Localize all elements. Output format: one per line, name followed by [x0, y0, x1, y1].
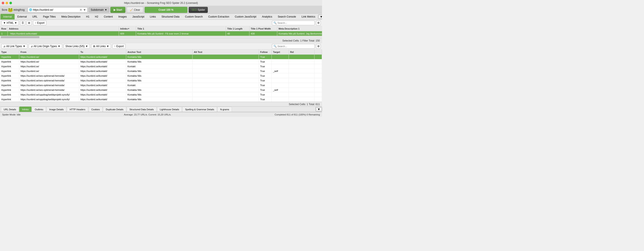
minimize-btn[interactable]: [6, 2, 8, 4]
links-table-row[interactable]: Hyperlinkhttps://sunbird.se/https://sunb…: [0, 64, 322, 69]
link-anchor-cell: Kontakta Nils: [126, 97, 192, 102]
tab-meta-description[interactable]: Meta Description: [58, 14, 83, 20]
lcol-header-from[interactable]: From: [19, 50, 79, 54]
col-header-row[interactable]: Row: [0, 26, 8, 31]
url-clear-button[interactable]: ✕: [80, 8, 82, 12]
tab-custom-search[interactable]: Custom Search: [182, 14, 206, 20]
tab-link-metrics[interactable]: Link Metrics: [299, 14, 318, 20]
tab-url[interactable]: URL: [30, 14, 40, 20]
close-btn[interactable]: [2, 2, 4, 4]
export-button[interactable]: ↑ Export: [33, 21, 46, 25]
link-alt-cell: [192, 55, 259, 59]
url-dropdown-button[interactable]: ▼: [83, 8, 86, 12]
tab-custom-javascript[interactable]: Custom JavaScript: [232, 14, 259, 20]
btab-http-headers[interactable]: HTTP Headers: [67, 107, 88, 112]
lcol-header-target[interactable]: Target: [272, 50, 289, 54]
url-bar[interactable]: 🌐 ✕ ▼: [28, 7, 88, 13]
tab-javascript[interactable]: JavaScript: [130, 14, 147, 20]
maximize-btn[interactable]: [10, 2, 12, 4]
btab-inlinks[interactable]: Inlinks: [19, 107, 32, 112]
col-header-title1px[interactable]: Title 1 Pixel Width: [250, 26, 277, 31]
main-table-hscroll[interactable]: [0, 36, 322, 38]
nav-tabs-more-button[interactable]: ▼: [318, 15, 322, 19]
links-table-row[interactable]: Hyperlinkhttps://sunbird.se/seo-optimera…: [0, 88, 322, 92]
lcol-header-follow[interactable]: Follow: [259, 50, 272, 54]
url-input[interactable]: [33, 8, 79, 11]
tree-view-button[interactable]: ⊞: [26, 21, 32, 25]
tab-h1[interactable]: H1: [84, 14, 92, 20]
btab-cookies[interactable]: Cookies: [88, 107, 103, 112]
tab-page-titles[interactable]: Page Titles: [40, 14, 58, 20]
seo-spider-button[interactable]: SEO Spider: [189, 7, 208, 13]
show-links-dropdown[interactable]: Show Links (5/5) ▼: [64, 44, 90, 49]
lcol-header-anchor[interactable]: Anchor Text: [126, 50, 192, 54]
link-origin-types-dropdown[interactable]: ⊿ All Link Origin Types ▼: [29, 44, 62, 49]
tab-links[interactable]: Links: [147, 14, 159, 20]
link-from-cell: https://sunbird.se/seo-optimerad-hemsida…: [19, 74, 79, 78]
tab-custom-extraction[interactable]: Custom Extraction: [206, 14, 232, 20]
link-target-cell: [272, 97, 289, 102]
links-table-row[interactable]: Hyperlinkhttps://sunbird.se/seo-optimera…: [0, 78, 322, 83]
links-table-row[interactable]: Hyperlinkhttps://sunbird.se/uppdrag/webb…: [0, 92, 322, 97]
links-table-row[interactable]: Hyperlinkhttps://sunbird.se/https://sunb…: [0, 55, 322, 59]
btab-spelling-grammar[interactable]: Spelling & Grammar Details: [182, 107, 217, 112]
clear-button[interactable]: 🧹 Clear: [127, 7, 143, 13]
filter-dropdown-icon: ▼: [14, 22, 17, 25]
links-export-button[interactable]: ↑ Export: [112, 44, 126, 49]
link-to-cell: https://sunbird.se/kontakt/: [79, 88, 126, 92]
btab-image-details[interactable]: Image Details: [46, 107, 66, 112]
btab-ngrams[interactable]: N-grams: [218, 107, 232, 112]
all-links-label: All Links: [96, 45, 106, 48]
tab-analytics[interactable]: Analytics: [259, 14, 275, 20]
col-header-title1len[interactable]: Title 1 Length: [226, 26, 250, 31]
col-header-title1[interactable]: Title 1: [136, 26, 226, 31]
tab-images[interactable]: Images: [116, 14, 130, 20]
tab-content[interactable]: Content: [101, 14, 116, 20]
tab-external[interactable]: External: [14, 14, 30, 20]
links-table-row[interactable]: Hyperlinkhttps://sunbird.se/https://sunb…: [0, 59, 322, 64]
links-table-row[interactable]: Hyperlinkhttps://sunbird.se/seo-optimera…: [0, 83, 322, 88]
start-button[interactable]: ▶ Start: [110, 7, 126, 13]
list-view-button[interactable]: ☰: [20, 21, 25, 25]
main-search-input[interactable]: [278, 22, 313, 24]
links-search-box[interactable]: 🔍: [272, 44, 315, 49]
bottom-tabs: URL Details Inlinks Outlinks Image Detai…: [0, 106, 322, 112]
col-header-inlinks[interactable]: Inlinks ▼: [119, 26, 136, 31]
link-rel-cell: [289, 74, 314, 78]
links-table-row[interactable]: Hyperlinkhttps://sunbird.se/seo-optimera…: [0, 74, 322, 78]
lcol-header-alt[interactable]: Alt Text: [192, 50, 259, 54]
status-left: Spider Mode: Idle: [2, 113, 20, 116]
tab-structured-data[interactable]: Structured Data: [159, 14, 182, 20]
main-table: Row Address Inlinks ▼ Title 1 Title 1 Le…: [0, 26, 322, 43]
subdomain-dropdown[interactable]: Subdomain ▼: [89, 7, 109, 13]
html-filter-button[interactable]: ▼ HTML ▼: [1, 21, 19, 25]
tab-internal[interactable]: Internal: [0, 14, 14, 20]
link-from-cell: https://sunbird.se/seo-optimerad-hemsida…: [19, 88, 79, 92]
btab-duplicate-details[interactable]: Duplicate Details: [103, 107, 126, 112]
lcol-header-rel[interactable]: Rel: [289, 50, 314, 54]
link-types-label: All Link Types: [6, 45, 22, 48]
lcol-header-to[interactable]: To: [79, 50, 126, 54]
btab-url-details[interactable]: URL Details: [1, 107, 19, 112]
link-type-cell: Hyperlink: [0, 83, 19, 87]
col-header-address[interactable]: Address: [8, 26, 119, 31]
links-table-row[interactable]: Hyperlinkhttps://sunbird.se/uppdrag/webb…: [0, 97, 322, 102]
col-header-meta1[interactable]: Meta Description 1: [277, 26, 322, 31]
main-search-settings-button[interactable]: ⚙: [316, 21, 321, 25]
main-search-box[interactable]: 🔍: [272, 21, 315, 25]
btab-lighthouse-details[interactable]: Lighthouse Details: [157, 107, 182, 112]
cell-address: https://sunbird.se/kontakt/: [8, 31, 119, 36]
bottom-tabs-more-button[interactable]: ▼: [316, 107, 322, 111]
btab-outlinks[interactable]: Outlinks: [32, 107, 46, 112]
btab-structured-data-details[interactable]: Structured Data Details: [127, 107, 156, 112]
main-table-status: Selected Cells: 1 Filter Total: 150: [0, 38, 322, 43]
links-search-input[interactable]: [278, 45, 313, 48]
link-types-dropdown[interactable]: ⊿ All Link Types ▼: [1, 44, 28, 49]
tab-h2[interactable]: H2: [92, 14, 101, 20]
all-links-dropdown[interactable]: ⊞ All Links ▼: [91, 44, 111, 49]
table-row[interactable]: 1 https://sunbird.se/kontakt/ 609 Kontak…: [0, 31, 322, 36]
tab-search-console[interactable]: Search Console: [275, 14, 299, 20]
links-table-row[interactable]: Hyperlinkhttps://sunbird.se/https://sunb…: [0, 69, 322, 74]
lcol-header-type[interactable]: Type: [0, 50, 19, 54]
links-search-settings-button[interactable]: ⚙: [316, 44, 321, 49]
